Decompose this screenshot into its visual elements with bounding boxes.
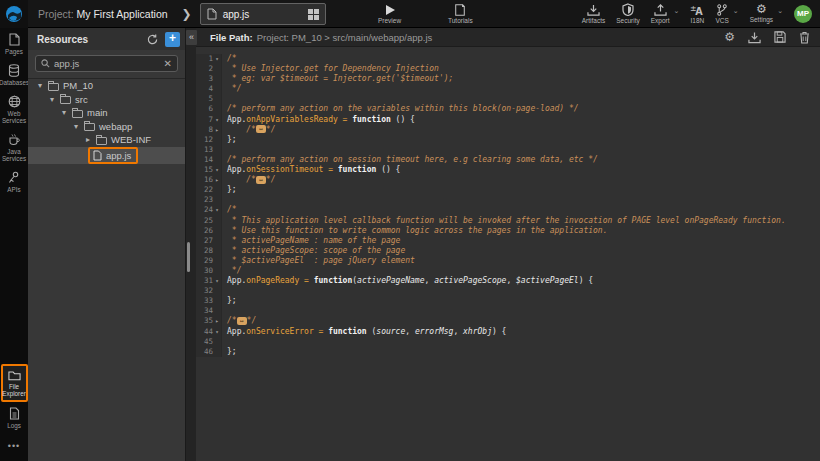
code-line[interactable]: /* <box>222 205 820 215</box>
code-line[interactable]: App.onSessionTimeout = function () { <box>222 165 820 175</box>
gutter-line[interactable]: 32 <box>196 286 221 296</box>
app-logo[interactable] <box>0 0 28 28</box>
delete-trash-icon[interactable] <box>799 31 810 44</box>
download-file-icon[interactable] <box>748 31 761 44</box>
code-line[interactable]: App.onAppVariablesReady = function () { <box>222 115 820 125</box>
caret-icon[interactable]: ▾ <box>36 81 44 90</box>
gutter-line[interactable]: 14 <box>196 155 221 165</box>
collapsed-fold-pill[interactable]: ↔ <box>237 317 247 325</box>
code-line[interactable]: * Use this function to write common logi… <box>222 226 820 236</box>
gutter-line[interactable]: 15▾ <box>196 165 221 175</box>
fold-open-icon[interactable]: ▾ <box>213 276 221 286</box>
caret-icon[interactable]: ▾ <box>72 122 80 131</box>
security-button[interactable]: Security <box>616 3 639 24</box>
caret-icon[interactable]: ▾ <box>48 95 56 104</box>
vcs-button[interactable]: VCS <box>715 4 728 24</box>
preview-button[interactable]: Preview <box>378 4 401 24</box>
settings-button[interactable]: ⚙ Settings <box>750 4 774 23</box>
tree-item-folder[interactable]: ▸ WEB-INF <box>28 133 185 147</box>
sidebar-more-button[interactable]: ••• <box>8 433 20 461</box>
code-line[interactable]: }; <box>222 135 820 145</box>
settings-chevron-icon[interactable]: ⌄ <box>777 7 783 15</box>
scrollbar-thumb[interactable] <box>187 242 190 272</box>
fold-open-icon[interactable]: ▾ <box>213 54 221 64</box>
code-line[interactable] <box>222 145 820 155</box>
code-line[interactable] <box>222 195 820 205</box>
project-breadcrumb[interactable]: Project: My First Application <box>38 8 168 20</box>
search-input[interactable] <box>54 58 160 69</box>
collapsed-fold-pill[interactable]: ↔ <box>256 176 266 184</box>
collapsed-fold-pill[interactable]: ↔ <box>256 125 266 133</box>
collapse-panel-button[interactable]: « <box>186 30 197 45</box>
user-avatar[interactable]: MP <box>794 5 812 23</box>
gutter-line[interactable]: 28 <box>196 246 221 256</box>
gutter-line[interactable]: 25 <box>196 216 221 226</box>
open-file-tab[interactable]: app.js <box>200 3 326 25</box>
code-line[interactable]: * Use Injector.get for Dependency Inject… <box>222 64 820 74</box>
gutter-line[interactable]: 27 <box>196 236 221 246</box>
sidebar-item-file-explorer[interactable]: File Explorer <box>1 364 28 402</box>
gutter-line[interactable]: 8▸ <box>196 125 221 135</box>
gutter-line[interactable]: 13 <box>196 145 221 155</box>
gutter-line[interactable]: 16▸ <box>196 175 221 185</box>
sidebar-item-web-services[interactable]: Web Services <box>0 90 28 128</box>
tree-item-folder[interactable]: ▾ src <box>28 93 185 107</box>
code-line[interactable] <box>222 286 820 296</box>
save-icon[interactable] <box>774 31 786 43</box>
gutter-line[interactable]: 2 <box>196 64 221 74</box>
code-lines[interactable]: /* * Use Injector.get for Dependency Inj… <box>222 54 820 357</box>
code-line[interactable] <box>222 306 820 316</box>
code-line[interactable]: * activePageName : name of the page <box>222 236 820 246</box>
code-line[interactable]: /*↔*/ <box>222 125 820 135</box>
tree-item-file-selected[interactable]: app.js <box>28 147 185 164</box>
gutter-line[interactable]: 12 <box>196 135 221 145</box>
code-line[interactable]: }; <box>222 296 820 306</box>
editor-settings-gear-icon[interactable]: ⚙ <box>724 31 735 43</box>
code-line[interactable]: * This application level callback functi… <box>222 216 820 226</box>
gutter-line[interactable]: 29 <box>196 256 221 266</box>
fold-open-icon[interactable]: ▾ <box>213 165 221 175</box>
code-line[interactable]: /* perform any action on session timeout… <box>222 155 820 165</box>
vcs-chevron-icon[interactable]: ⌄ <box>733 7 739 15</box>
code-line[interactable] <box>222 94 820 104</box>
code-line[interactable]: }; <box>222 347 820 357</box>
sidebar-item-logs[interactable]: Logs <box>0 402 28 433</box>
sidebar-item-databases[interactable]: Databases <box>0 59 28 90</box>
clear-search-icon[interactable]: ✕ <box>164 58 172 69</box>
add-resource-button[interactable]: + <box>165 32 180 47</box>
gutter-line[interactable]: 3 <box>196 74 221 84</box>
gutter-line[interactable]: 4 <box>196 84 221 94</box>
gutter-line[interactable]: 22 <box>196 185 221 195</box>
gutter-line[interactable]: 35▸ <box>196 316 221 326</box>
sidebar-item-java-services[interactable]: Java Services <box>0 128 28 166</box>
code-line[interactable]: * $activePageEl : page jQuery element <box>222 256 820 266</box>
grid-icon[interactable] <box>308 9 319 20</box>
gutter-line[interactable]: 44▾ <box>196 327 221 337</box>
gutter-line[interactable]: 26 <box>196 226 221 236</box>
fold-open-icon[interactable]: ▾ <box>213 115 221 125</box>
code-line[interactable]: App.onServiceError = function (source, e… <box>222 327 820 337</box>
gutter-line[interactable]: 33 <box>196 296 221 306</box>
gutter-line[interactable]: 31▾ <box>196 276 221 286</box>
fold-closed-icon[interactable]: ▸ <box>213 125 221 135</box>
fold-open-icon[interactable]: ▾ <box>213 327 221 337</box>
gutter-line[interactable]: 6 <box>196 104 221 114</box>
code-line[interactable]: }; <box>222 185 820 195</box>
code-line[interactable]: * eg: var $timeout = Injector.get('$time… <box>222 74 820 84</box>
gutter-line[interactable]: 1▾ <box>196 54 221 64</box>
caret-icon[interactable]: ▾ <box>60 108 68 117</box>
tree-item-folder[interactable]: ▾ PM_10 <box>28 79 185 93</box>
tree-item-folder[interactable]: ▾ webapp <box>28 120 185 134</box>
code-line[interactable]: * activePageScope: scope of the page <box>222 246 820 256</box>
code-line[interactable]: App.onPageReady = function(activePageNam… <box>222 276 820 286</box>
sidebar-item-pages[interactable]: Pages <box>0 28 28 59</box>
gutter-line[interactable]: 34 <box>196 306 221 316</box>
gutter-line[interactable]: 45 <box>196 337 221 347</box>
export-button[interactable]: Export <box>651 4 670 24</box>
export-chevron-icon[interactable]: ⌄ <box>674 7 680 15</box>
code-line[interactable] <box>222 337 820 347</box>
gutter-line[interactable]: 5 <box>196 94 221 104</box>
refresh-icon[interactable] <box>147 34 158 45</box>
tree-item-folder[interactable]: ▾ main <box>28 106 185 120</box>
fold-closed-icon[interactable]: ▸ <box>213 175 221 185</box>
